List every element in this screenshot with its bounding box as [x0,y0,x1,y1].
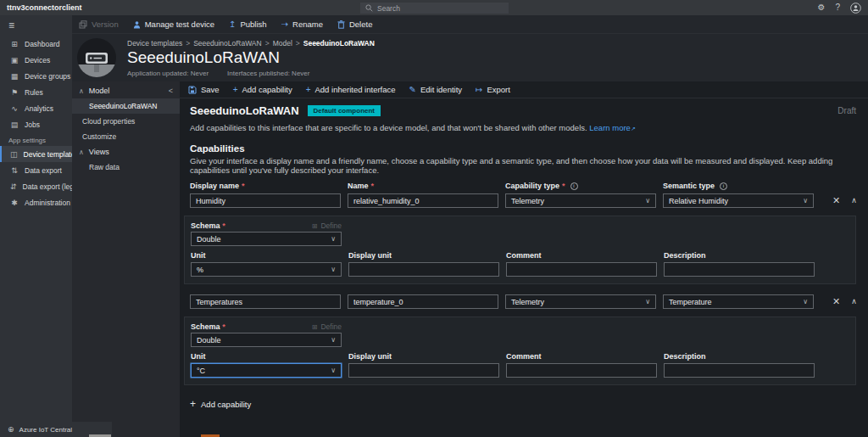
display-unit-input[interactable] [348,262,499,277]
name-input[interactable] [348,294,498,309]
model-nav-item-cloud-properties[interactable]: Cloud properties [72,114,180,129]
version-copy-icon [79,20,87,29]
sidebar-item-data-export[interactable]: ⇅ Data export [0,162,72,178]
device-groups-icon: ▦ [10,72,19,81]
rules-icon: ⚑ [10,88,19,97]
define-icon: ⊞ [312,323,318,331]
export-button[interactable]: ↦ Export [476,85,510,94]
semantic-type-select[interactable]: Relative Humidity ∨ [663,193,814,208]
delete-button[interactable]: Delete [337,20,372,29]
display-name-input[interactable] [190,193,341,208]
sidebar-item-jobs[interactable]: ▤ Jobs [0,116,72,132]
schema-select[interactable]: Double ∨ [191,232,342,246]
capability-column-headers: Display name * Name * Capability type * … [190,182,856,190]
sidebar-item-rules[interactable]: ⚑ Rules [0,84,72,100]
required-marker: * [222,221,225,230]
collapse-panel-icon[interactable]: < [169,87,173,95]
define-button: ⊞ Define [312,322,342,331]
chevron-up-icon: ∧ [79,87,84,95]
chevron-down-icon: ∨ [331,367,336,374]
delete-capability-icon[interactable]: ✕ [832,297,840,306]
unit-select[interactable]: % ∨ [191,262,342,277]
info-icon[interactable]: i [570,182,578,190]
info-icon[interactable]: i [720,182,727,190]
model-nav-item-customize[interactable]: Customize [72,129,180,144]
footer-brand-label: Azure IoT Central [19,426,73,434]
account-avatar-icon[interactable] [850,3,861,14]
publish-button[interactable]: ↥ Publish [229,20,267,29]
hamburger-menu-icon[interactable]: ≡ [0,15,72,36]
chevron-up-icon: ∧ [79,148,84,156]
model-nav-item-interface[interactable]: SeeeduinoLoRaWAN [72,98,180,114]
capability-type-select[interactable]: Telemetry ∨ [505,294,656,309]
dashboard-icon: ⊞ [10,40,19,48]
manage-test-device-button[interactable]: Manage test device [133,20,214,29]
sidebar-item-device-groups[interactable]: ▦ Device groups [0,68,72,84]
globe-icon: ⊕ [8,425,14,434]
rename-button[interactable]: ⇢ Rename [281,20,323,29]
administration-icon: ✱ [10,199,19,207]
add-capability-button[interactable]: + Add capability [190,399,251,409]
learn-more-link[interactable]: Learn more [589,123,631,132]
interface-editor: SeeeduinoLoRaWAN Default component Draft… [180,98,868,437]
description-input[interactable] [664,363,815,378]
sidebar-item-data-export-legacy[interactable]: ⇵ Data export (legacy) [0,178,72,194]
collapse-capability-icon[interactable]: ∧ [851,197,857,204]
save-button[interactable]: Save [188,85,220,94]
add-capability-toolbar-button[interactable]: + Add capability [233,85,292,94]
top-bar: ttnv3connectorclient ⚙ ? [0,0,868,15]
unit-select[interactable]: °C ∨ [191,363,342,378]
app-title: ttnv3connectorclient [0,3,82,12]
model-section-toggle[interactable]: ∧ Model < [72,83,180,98]
breadcrumb-template[interactable]: SeeeduinoLoRaWAN [193,39,261,48]
save-disk-icon [188,86,197,94]
description-input[interactable] [664,262,815,277]
device-illustration-icon [77,38,116,77]
page-title: SeeeduinoLoRaWAN [127,48,375,67]
chevron-down-icon: ∨ [645,298,650,305]
search-input[interactable] [377,4,504,13]
display-name-input[interactable] [190,294,341,309]
edit-toolbar: Save + Add capability + Add inherited in… [180,81,868,98]
analytics-icon: ∿ [10,104,19,113]
required-marker: * [371,182,375,190]
name-input[interactable] [348,193,498,208]
breadcrumb-model[interactable]: Model [273,39,292,48]
sidebar-item-devices[interactable]: ▣ Devices [0,52,72,68]
views-section-toggle[interactable]: ∧ Views [72,144,180,160]
capability-row: Telemetry ∨ Temperature ∨ ✕ ∧ [190,294,856,309]
data-export-icon: ⇅ [10,166,19,175]
export-arrow-icon: ↦ [476,86,482,94]
display-unit-input[interactable] [348,363,499,378]
sidebar-item-device-templates[interactable]: ◫ Device templates [0,146,72,162]
template-toolbar: Version Manage test device ↥ Publish ⇢ R… [72,15,868,34]
model-nav-panel: ∧ Model < SeeeduinoLoRaWAN Cloud propert… [72,81,180,437]
collapse-capability-icon[interactable]: ∧ [851,298,857,305]
add-inherited-interface-button[interactable]: + Add inherited interface [306,85,396,94]
semantic-type-select[interactable]: Temperature ∨ [663,294,814,309]
help-icon[interactable]: ? [835,3,840,12]
capability-type-select[interactable]: Telemetry ∨ [505,193,656,208]
interfaces-published-status: Interfaces published: Never [227,70,309,77]
template-header: Device templates > SeeeduinoLoRaWAN > Mo… [72,34,868,81]
comment-input[interactable] [506,262,657,277]
model-nav-item-raw-data[interactable]: Raw data [72,160,180,175]
define-icon: ⊞ [312,222,318,230]
chevron-down-icon: ∨ [331,235,336,243]
delete-capability-icon[interactable]: ✕ [832,196,840,205]
schema-select[interactable]: Double ∨ [191,333,342,347]
required-marker: * [242,182,245,190]
breadcrumb-device-templates[interactable]: Device templates [127,39,182,48]
sidebar-item-administration[interactable]: ✱ Administration [0,194,72,210]
interface-name: SeeeduinoLoRaWAN [190,104,299,117]
sidebar-item-analytics[interactable]: ∿ Analytics [0,100,72,116]
sidebar-item-dashboard[interactable]: ⊞ Dashboard [0,36,72,52]
comment-input[interactable] [506,363,657,378]
trash-icon [337,20,345,29]
global-search[interactable] [360,3,509,14]
interface-description: Add capabilities to this interface that … [190,123,856,132]
edit-identity-button[interactable]: ✎ Edit identity [409,85,463,94]
gear-icon[interactable]: ⚙ [817,3,825,12]
main-content: Save + Add capability + Add inherited in… [180,81,868,437]
data-export-legacy-icon: ⇵ [10,182,17,191]
